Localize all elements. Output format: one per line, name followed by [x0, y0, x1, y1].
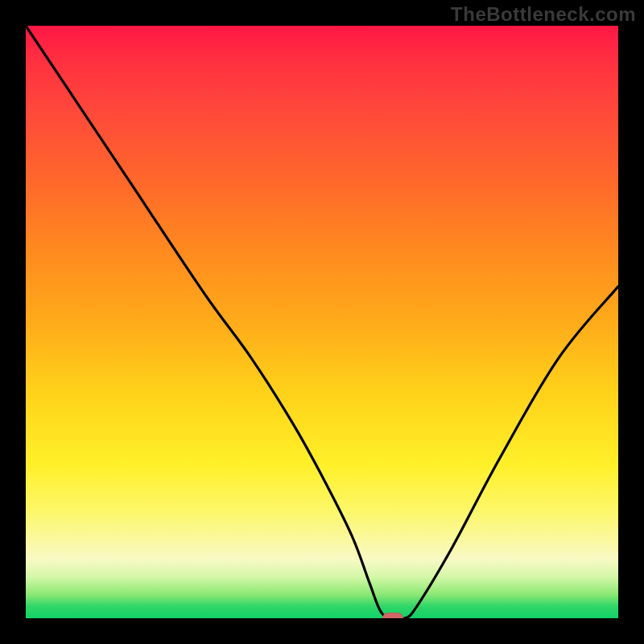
plot-area — [26, 26, 618, 618]
chart-frame: TheBottleneck.com — [0, 0, 644, 644]
optimal-marker — [382, 613, 403, 618]
watermark-text: TheBottleneck.com — [451, 3, 636, 26]
bottleneck-curve-line — [26, 26, 618, 618]
bottleneck-curve-svg — [26, 26, 618, 618]
